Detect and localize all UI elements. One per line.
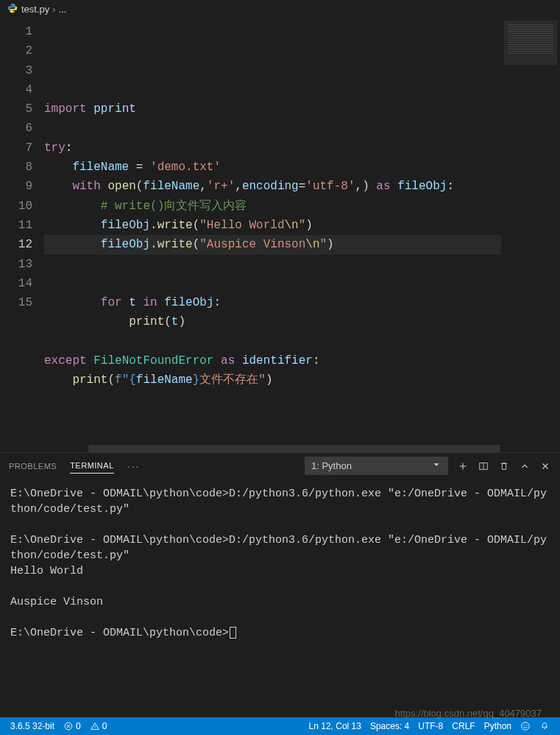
status-bar: 3.6.5 32-bit 0 0 Ln 12, Col 13 Spaces: 4… (0, 717, 560, 735)
line-number: 14 (0, 274, 32, 293)
status-feedback-icon[interactable] (516, 721, 535, 731)
minimap-viewport[interactable] (504, 21, 557, 65)
svg-point-7 (526, 725, 527, 725)
svg-point-6 (524, 725, 525, 725)
svg-point-4 (94, 728, 95, 729)
status-cursor-position[interactable]: Ln 12, Col 13 (305, 721, 366, 731)
line-number: 13 (0, 255, 32, 274)
tab-more[interactable]: ··· (127, 457, 141, 475)
bottom-panel: PROBLEMS TERMINAL ··· 1: Python E:\OneDr… (0, 452, 560, 700)
status-python-version[interactable]: 3.6.5 32-bit (6, 721, 59, 731)
breadcrumb[interactable]: test.py › ... (0, 0, 560, 18)
status-eol[interactable]: CRLF (447, 721, 479, 731)
breadcrumb-sep: › (52, 4, 55, 15)
line-number: 10 (0, 197, 32, 216)
new-terminal-icon[interactable] (457, 460, 469, 472)
code-area[interactable]: import pprint try: fileName = 'demo.txt'… (44, 18, 501, 452)
terminal-select-value: 1: Python (311, 460, 352, 471)
terminal-cursor (230, 627, 236, 639)
line-number: 1 (0, 22, 32, 41)
chevron-up-icon[interactable] (519, 460, 531, 472)
minimap[interactable] (501, 18, 560, 452)
line-number: 7 (0, 138, 32, 158)
line-number: 9 (0, 177, 32, 196)
line-number: 2 (0, 41, 32, 60)
terminal-output[interactable]: E:\OneDrive - ODMAIL\python\code>D:/pyth… (0, 479, 560, 700)
line-number: 11 (0, 216, 32, 235)
breadcrumb-more[interactable]: ... (59, 4, 67, 15)
line-number: 5 (0, 99, 32, 119)
line-number: 6 (0, 119, 32, 138)
tab-problems[interactable]: PROBLEMS (9, 459, 57, 474)
python-icon (7, 3, 18, 15)
watermark: https://blog.csdn.net/qq_40479037 (395, 708, 542, 719)
status-language[interactable]: Python (480, 721, 516, 731)
tab-terminal[interactable]: TERMINAL (70, 458, 114, 474)
split-terminal-icon[interactable] (478, 460, 489, 472)
horizontal-scrollbar[interactable] (88, 445, 500, 452)
breadcrumb-file[interactable]: test.py (21, 4, 49, 15)
line-gutter: 1 2 3 4 5 6 7 8 9 10 11 12 13 14 15 (0, 18, 44, 452)
editor[interactable]: 1 2 3 4 5 6 7 8 9 10 11 12 13 14 15 impo… (0, 18, 560, 452)
line-number: 8 (0, 158, 32, 177)
line-number: 15 (0, 293, 32, 312)
svg-point-5 (522, 722, 530, 731)
close-icon[interactable] (539, 460, 551, 472)
terminal-select[interactable]: 1: Python (305, 457, 448, 475)
trash-icon[interactable] (498, 460, 510, 472)
status-bell-icon[interactable] (535, 721, 554, 731)
status-spaces[interactable]: Spaces: 4 (366, 721, 414, 731)
status-encoding[interactable]: UTF-8 (414, 721, 447, 731)
chevron-down-icon (431, 460, 442, 472)
line-number: 4 (0, 80, 32, 99)
status-warnings[interactable]: 0 (85, 721, 112, 731)
line-number: 3 (0, 61, 32, 80)
status-errors[interactable]: 0 (59, 721, 85, 731)
panel-tabs: PROBLEMS TERMINAL ··· 1: Python (0, 453, 560, 479)
line-number: 12 (0, 235, 32, 254)
